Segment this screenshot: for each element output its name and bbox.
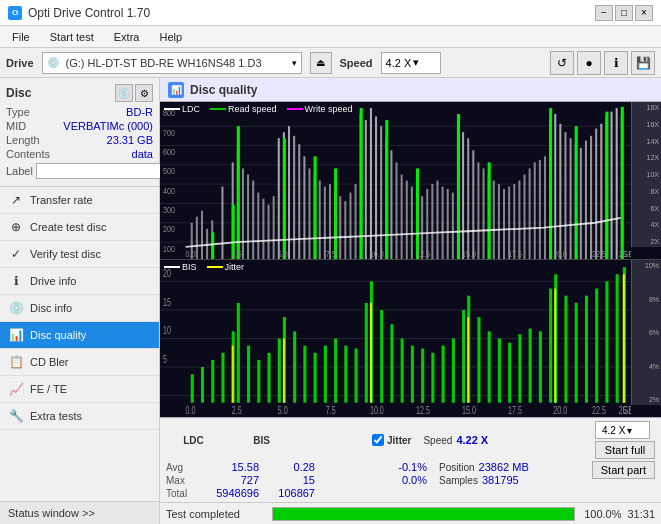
nav-disc-quality[interactable]: 📊 Disc quality	[0, 322, 159, 349]
samples-value: 381795	[482, 474, 519, 486]
svg-rect-148	[324, 346, 327, 403]
app-icon: O	[8, 6, 22, 20]
svg-rect-182	[370, 303, 372, 403]
bottom-status-bar: Test completed 100.0% 31:31	[160, 502, 661, 524]
svg-text:7.5: 7.5	[326, 405, 336, 416]
svg-rect-82	[544, 156, 546, 259]
max-label: Max	[166, 475, 196, 486]
lower-chart-svg: 20 15 10 5	[160, 260, 631, 417]
svg-rect-74	[503, 189, 505, 259]
svg-rect-53	[396, 162, 398, 259]
upper-right-yaxis: 18X 16X 14X 12X 10X 8X 6X 4X 2X	[631, 102, 661, 247]
menu-extra[interactable]: Extra	[106, 29, 148, 45]
speed-select[interactable]: 4.2 X ▾	[381, 52, 441, 74]
burn-button[interactable]: ●	[577, 51, 601, 75]
label-input[interactable]	[36, 163, 165, 179]
nav-verify-test-disc[interactable]: ✓ Verify test disc	[0, 241, 159, 268]
save-button[interactable]: 💾	[631, 51, 655, 75]
svg-rect-145	[293, 331, 296, 402]
progress-text: 100.0%	[581, 508, 621, 520]
svg-text:300: 300	[163, 206, 176, 216]
panel-title: Disc quality	[190, 83, 257, 97]
nav-disc-info-label: Disc info	[30, 302, 72, 314]
svg-rect-169	[529, 329, 532, 403]
stats-header-row: LDC BIS Jitter Speed 4.22 X 4.2 X ▾	[166, 421, 655, 459]
nav-fe-te[interactable]: 📈 FE / TE	[0, 376, 159, 403]
drive-bar: Drive 💿 (G:) HL-DT-ST BD-RE WH16NS48 1.D…	[0, 48, 661, 78]
svg-rect-176	[595, 289, 598, 403]
svg-rect-103	[334, 168, 337, 259]
svg-text:7.5: 7.5	[326, 249, 337, 259]
svg-rect-72	[493, 181, 495, 260]
start-full-button[interactable]: Start full	[595, 441, 655, 459]
nav-extra-tests[interactable]: 🔧 Extra tests	[0, 403, 159, 430]
panel-icon: 📊	[168, 82, 184, 98]
content-panel: 📊 Disc quality LDC Read speed	[160, 78, 661, 524]
svg-rect-150	[344, 346, 347, 403]
speed-info: Speed 4.22 X	[423, 434, 488, 446]
speed-dropdown[interactable]: 4.2 X ▾	[595, 421, 650, 439]
svg-rect-164	[477, 317, 480, 403]
svg-rect-85	[559, 124, 561, 259]
svg-rect-171	[549, 289, 552, 403]
info-button[interactable]: ℹ	[604, 51, 628, 75]
upper-chart: LDC Read speed Write speed	[160, 102, 661, 259]
svg-rect-162	[462, 310, 465, 403]
transfer-rate-icon: ↗	[8, 192, 24, 208]
svg-text:20.0: 20.0	[553, 249, 568, 259]
speed-arrow: ▾	[413, 56, 419, 69]
status-window-button[interactable]: Status window >>	[0, 501, 159, 524]
svg-rect-141	[257, 360, 260, 403]
nav-verify-test-disc-label: Verify test disc	[30, 248, 101, 260]
speed-stat-label: Speed	[423, 435, 452, 446]
disc-length-label: Length	[6, 134, 40, 146]
svg-rect-180	[232, 346, 234, 403]
disc-type-row: Type BD-R	[6, 106, 153, 118]
menu-start-test[interactable]: Start test	[42, 29, 102, 45]
avg-row: Avg 15.58 0.28	[166, 461, 366, 473]
maximize-button[interactable]: □	[615, 5, 633, 21]
nav-create-test-disc[interactable]: ⊕ Create test disc	[0, 214, 159, 241]
svg-rect-70	[483, 168, 485, 259]
disc-icon-btn1[interactable]: 💿	[115, 84, 133, 102]
svg-rect-80	[534, 162, 536, 259]
main-layout: Disc 💿 ⚙ Type BD-R MID VERBATIMc (000) L…	[0, 78, 661, 524]
svg-text:10.0: 10.0	[370, 249, 385, 259]
nav-cd-bier[interactable]: 📋 CD Bler	[0, 349, 159, 376]
refresh-button[interactable]: ↺	[550, 51, 574, 75]
svg-text:10: 10	[163, 325, 171, 336]
nav-disc-info[interactable]: 💿 Disc info	[0, 295, 159, 322]
svg-text:100: 100	[163, 244, 176, 254]
menu-help[interactable]: Help	[151, 29, 190, 45]
jitter-checkbox[interactable]	[372, 434, 384, 446]
ldc-legend-line	[164, 108, 180, 110]
nav-create-test-disc-label: Create test disc	[30, 221, 106, 233]
start-part-button[interactable]: Start part	[592, 461, 655, 479]
svg-rect-33	[293, 136, 295, 259]
create-test-disc-icon: ⊕	[8, 219, 24, 235]
svg-rect-25	[252, 181, 254, 260]
svg-rect-173	[564, 296, 567, 403]
status-window-label: Status window >>	[8, 507, 95, 519]
svg-text:2.5: 2.5	[232, 249, 243, 259]
svg-rect-18	[206, 229, 208, 259]
lower-legend: BIS Jitter	[164, 262, 244, 272]
svg-rect-34	[298, 144, 300, 259]
menu-file[interactable]: File	[4, 29, 38, 45]
eject-button[interactable]: ⏏	[310, 52, 332, 74]
svg-text:22.5: 22.5	[592, 249, 607, 259]
nav-transfer-rate[interactable]: ↗ Transfer rate	[0, 187, 159, 214]
bis-legend-line	[164, 266, 180, 268]
nav-drive-info[interactable]: ℹ Drive info	[0, 268, 159, 295]
svg-text:600: 600	[163, 148, 176, 158]
svg-text:15.0: 15.0	[462, 249, 477, 259]
minimize-button[interactable]: −	[595, 5, 613, 21]
svg-rect-168	[518, 334, 521, 403]
drive-select[interactable]: 💿 (G:) HL-DT-ST BD-RE WH16NS48 1.D3 ▾	[42, 52, 302, 74]
time-text: 31:31	[627, 508, 655, 520]
upper-legend: LDC Read speed Write speed	[164, 104, 352, 114]
close-button[interactable]: ×	[635, 5, 653, 21]
svg-rect-143	[278, 339, 281, 403]
disc-icon-btn2[interactable]: ⚙	[135, 84, 153, 102]
svg-rect-81	[539, 160, 541, 259]
